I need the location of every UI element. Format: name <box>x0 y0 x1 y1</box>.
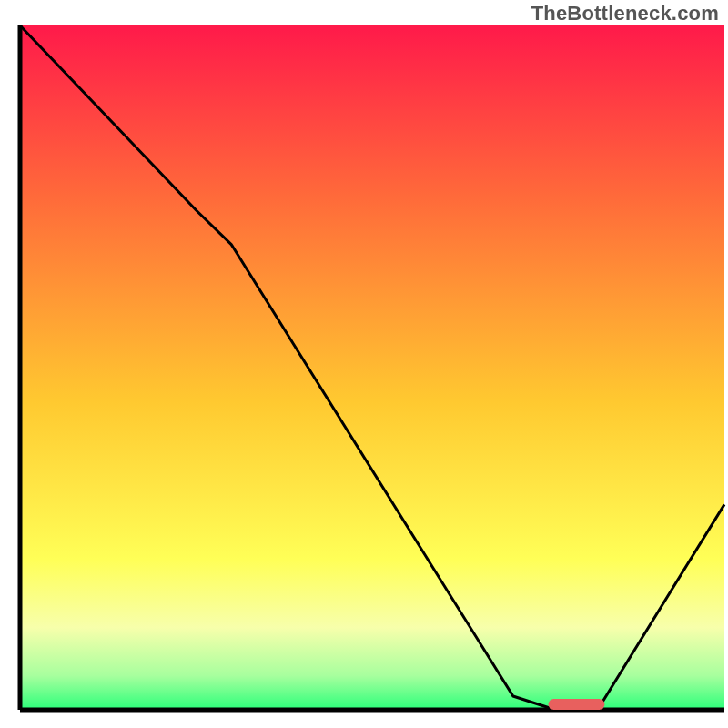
watermark-text: TheBottleneck.com <box>531 2 719 25</box>
chart-frame: TheBottleneck.com <box>0 0 728 728</box>
plot-background <box>20 25 724 710</box>
optimal-range-marker <box>549 699 605 710</box>
bottleneck-chart <box>0 0 728 728</box>
